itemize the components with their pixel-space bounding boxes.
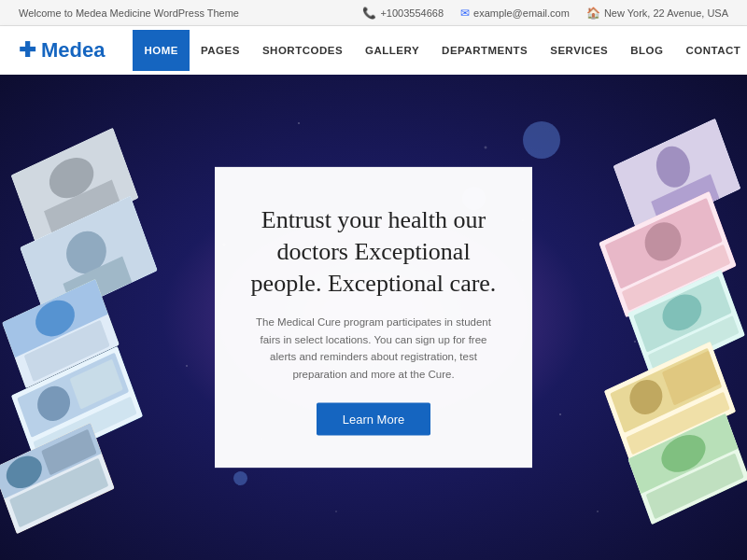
- top-bar-contact-info: 📞 +1003554668 ✉ example@email.com 🏠 New …: [362, 7, 728, 20]
- hero-section: Entrust your health our doctors Exceptio…: [0, 75, 747, 560]
- nav-link-shortcodes[interactable]: SHORTCODES: [251, 30, 354, 71]
- email-address: example@email.com: [473, 7, 570, 19]
- nav-item-blog[interactable]: BLOG: [619, 30, 674, 71]
- phone-info: 📞 +1003554668: [362, 7, 444, 20]
- nav-link-home[interactable]: HOME: [133, 30, 190, 71]
- nav-link-departments[interactable]: DEPARTMENTS: [430, 30, 539, 71]
- logo[interactable]: ✚ Medea: [19, 38, 105, 63]
- nav-item-services[interactable]: SERVICES: [539, 30, 619, 71]
- learn-more-button[interactable]: Learn More: [317, 402, 430, 435]
- nav-link-contact[interactable]: CONTACT: [674, 30, 747, 71]
- nav-item-pages[interactable]: PAGES: [190, 30, 251, 71]
- svg-point-4: [73, 142, 110, 186]
- navbar: ✚ Medea HOME PAGES SHORTCODES GALLERY DE…: [0, 26, 747, 75]
- logo-text: Medea: [41, 38, 105, 63]
- hero-title: Entrust your health our doctors Exceptio…: [247, 204, 500, 299]
- nav-item-contact[interactable]: CONTACT: [674, 30, 747, 71]
- top-bar: Welcome to Medea Medicine WordPress Them…: [0, 0, 747, 26]
- nav-item-departments[interactable]: DEPARTMENTS: [430, 30, 539, 71]
- phone-icon: 📞: [362, 7, 376, 20]
- decorative-dot-3: [233, 471, 247, 485]
- nav-link-gallery[interactable]: GALLERY: [354, 30, 430, 71]
- address-info: 🏠 New York, 22 Avenue, USA: [586, 7, 728, 20]
- nav-item-gallery[interactable]: GALLERY: [354, 30, 430, 71]
- top-bar-welcome: Welcome to Medea Medicine WordPress Them…: [19, 7, 239, 19]
- decorative-dot-1: [523, 121, 560, 159]
- nav-item-home[interactable]: HOME: [133, 30, 190, 71]
- nav-link-pages[interactable]: PAGES: [190, 30, 251, 71]
- nav-item-shortcodes[interactable]: SHORTCODES: [251, 30, 354, 71]
- hero-description: The Medical Cure program participates in…: [247, 314, 500, 383]
- svg-rect-2: [63, 134, 121, 187]
- svg-point-26: [667, 130, 712, 183]
- photo-panel-left-5: [0, 423, 115, 534]
- nav-link-blog[interactable]: BLOG: [619, 30, 674, 71]
- phone-number: +1003554668: [380, 7, 444, 19]
- location-icon: 🏠: [586, 7, 600, 20]
- nav-link-services[interactable]: SERVICES: [539, 30, 619, 71]
- nav-menu: HOME PAGES SHORTCODES GALLERY DEPARTMENT…: [133, 30, 747, 71]
- email-icon: ✉: [460, 7, 470, 20]
- address-text: New York, 22 Avenue, USA: [604, 7, 728, 19]
- logo-icon: ✚: [19, 38, 35, 63]
- hero-content-box: Entrust your health our doctors Exceptio…: [215, 167, 532, 469]
- svg-point-7: [42, 224, 90, 278]
- email-info: ✉ example@email.com: [460, 7, 570, 20]
- svg-rect-1: [17, 158, 70, 208]
- svg-rect-9: [82, 209, 137, 264]
